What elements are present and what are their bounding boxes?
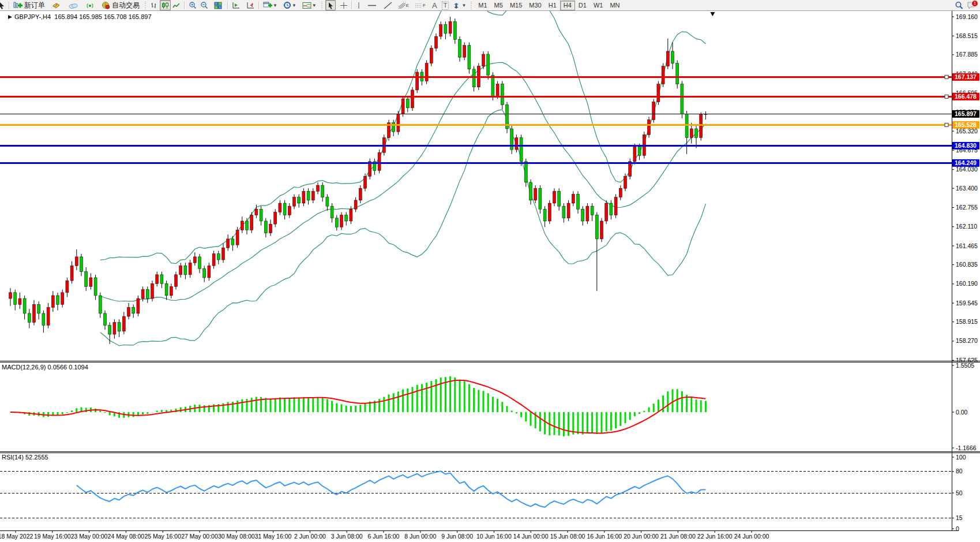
svg-text:50: 50 — [956, 489, 963, 496]
svg-text:2 Jun 00:00: 2 Jun 00:00 — [294, 533, 326, 540]
line-chart-mode-button[interactable] — [171, 0, 182, 10]
timeframe-button-D1[interactable]: D1 — [575, 1, 590, 10]
label-tool-button[interactable]: T — [442, 1, 449, 10]
chart-title-arrow-icon — [7, 14, 13, 19]
horizontal-line-tool-button[interactable] — [366, 0, 378, 10]
arrow-glyph — [0, 2, 5, 9]
chart-shift-button[interactable] — [245, 0, 257, 10]
crosshair-tool-button[interactable] — [338, 0, 350, 10]
svg-text:164.830: 164.830 — [955, 142, 977, 149]
macd-label: MACD(12,26,9) 0.0566 0.1094 — [2, 364, 88, 371]
macd-name: MACD(12,26,9) — [2, 364, 46, 371]
svg-text:8 Jun 00:00: 8 Jun 00:00 — [404, 533, 436, 540]
search-button[interactable] — [953, 0, 965, 10]
svg-text:165.528: 165.528 — [955, 121, 977, 128]
svg-text:164.249: 164.249 — [955, 159, 977, 166]
rsi-name: RSI(14) — [2, 454, 24, 461]
timeframe-button-M15[interactable]: M15 — [506, 1, 525, 10]
gold-box-icon-button[interactable] — [50, 0, 62, 10]
svg-text:0.00: 0.00 — [956, 409, 968, 416]
rsi-value: 52.2555 — [25, 454, 48, 461]
candlestick-mode-button[interactable] — [160, 0, 171, 10]
add-template-button[interactable]: ▼ — [261, 0, 279, 10]
indicators-button[interactable]: ▼ — [301, 0, 318, 10]
svg-text:167.137: 167.137 — [955, 73, 977, 80]
svg-text:21 Jun 08:00: 21 Jun 08:00 — [660, 533, 696, 540]
chart-play-icon — [232, 2, 241, 9]
line-chart-icon — [172, 2, 181, 9]
chart-window[interactable]: 169.160168.515167.885167.240166.595165.9… — [0, 11, 980, 542]
cloud-button[interactable] — [67, 0, 80, 10]
vertical-line-icon — [356, 2, 362, 9]
timeframe-button-M5[interactable]: M5 — [491, 1, 506, 10]
main-toolbar: 新订单 自动交易 — [0, 0, 980, 11]
zoom-out-button[interactable] — [198, 0, 210, 10]
svg-text:168.515: 168.515 — [956, 32, 978, 39]
chart-canvas[interactable]: 169.160168.515167.885167.240166.595165.9… — [0, 11, 980, 542]
grid-tool-label: F — [423, 3, 426, 8]
bar-chart-mode-button[interactable] — [149, 0, 160, 10]
cursor-tool-button[interactable] — [325, 0, 336, 10]
search-icon — [955, 1, 963, 10]
svg-text:3 Jun 08:00: 3 Jun 08:00 — [331, 533, 363, 540]
autotrading-label: 自动交易 — [112, 1, 140, 10]
svg-text:167.885: 167.885 — [956, 51, 978, 58]
chart-title: GBPJPY-,H4 165.894 165.985 165.708 165.8… — [7, 13, 152, 20]
period-clock-button[interactable]: ▼ — [281, 0, 298, 10]
svg-text:169.160: 169.160 — [956, 13, 978, 20]
text-tool-button[interactable]: A — [430, 0, 439, 10]
svg-text:30 May 08:00: 30 May 08:00 — [218, 533, 255, 540]
svg-text:18 May 2022: 18 May 2022 — [0, 533, 33, 540]
dots-grid-icon — [415, 2, 423, 9]
timeframe-button-MN[interactable]: MN — [606, 1, 623, 10]
autotrading-icon — [102, 1, 110, 9]
svg-text:161.465: 161.465 — [956, 242, 978, 249]
fibonacci-tool-button[interactable]: E — [396, 0, 411, 10]
dropdown-caret-icon: ▼ — [273, 3, 277, 8]
grid-tool-button[interactable]: F — [413, 0, 427, 10]
zoom-in-button[interactable] — [187, 0, 198, 10]
dropdown-caret-icon: ▼ — [461, 3, 466, 8]
svg-text:15: 15 — [956, 514, 963, 521]
svg-text:15 Jun 08:00: 15 Jun 08:00 — [550, 533, 585, 540]
timeframe-button-H1[interactable]: H1 — [545, 1, 560, 10]
trendline-tool-button[interactable] — [382, 0, 394, 10]
autotrading-button[interactable]: 自动交易 — [100, 0, 141, 10]
zoom-in-icon — [189, 1, 197, 9]
toolbar-grip[interactable] — [471, 2, 473, 9]
chat-button[interactable]: 1 — [965, 0, 978, 10]
ohlc-readout: 165.894 165.985 165.708 165.897 — [54, 13, 151, 20]
svg-text:165.897: 165.897 — [955, 110, 977, 117]
chart-play-button[interactable] — [230, 0, 242, 10]
svg-text:1.5505: 1.5505 — [956, 362, 974, 369]
svg-text:10 Jun 16:00: 10 Jun 16:00 — [476, 533, 512, 540]
chart-cursor-icon[interactable] — [0, 0, 7, 10]
separator — [351, 1, 352, 9]
svg-text:27 May 00:00: 27 May 00:00 — [181, 533, 218, 540]
svg-text:160.190: 160.190 — [956, 280, 978, 287]
svg-text:23 May 00:00: 23 May 00:00 — [71, 533, 108, 540]
new-order-button[interactable]: 新订单 — [12, 0, 47, 10]
timeframe-button-M1[interactable]: M1 — [475, 1, 490, 10]
svg-text:162.755: 162.755 — [956, 204, 978, 211]
svg-text:164.030: 164.030 — [956, 166, 978, 173]
rsi-label: RSI(14) 52.2555 — [2, 454, 48, 461]
bar-chart-icon — [151, 2, 158, 9]
arrows-tool-button[interactable]: ▼ — [452, 0, 468, 10]
signal-button[interactable] — [84, 0, 96, 10]
svg-text:24 May 08:00: 24 May 08:00 — [108, 533, 145, 540]
tile-windows-button[interactable] — [212, 0, 224, 10]
indicators-icon — [302, 2, 311, 9]
svg-text:159.545: 159.545 — [956, 300, 978, 306]
svg-text:166.478: 166.478 — [955, 93, 977, 100]
vertical-line-tool-button[interactable] — [354, 0, 363, 10]
svg-text:31 May 16:00: 31 May 16:00 — [255, 533, 292, 540]
separator — [9, 1, 10, 9]
timeframe-button-M30[interactable]: M30 — [525, 1, 545, 10]
timeframe-button-W1[interactable]: W1 — [590, 1, 607, 10]
toolbar-grip[interactable] — [321, 2, 324, 9]
fibonacci-icon — [398, 2, 406, 9]
crosshair-icon — [340, 2, 348, 9]
toolbar-grip[interactable] — [145, 2, 147, 9]
timeframe-button-H4[interactable]: H4 — [560, 1, 575, 10]
